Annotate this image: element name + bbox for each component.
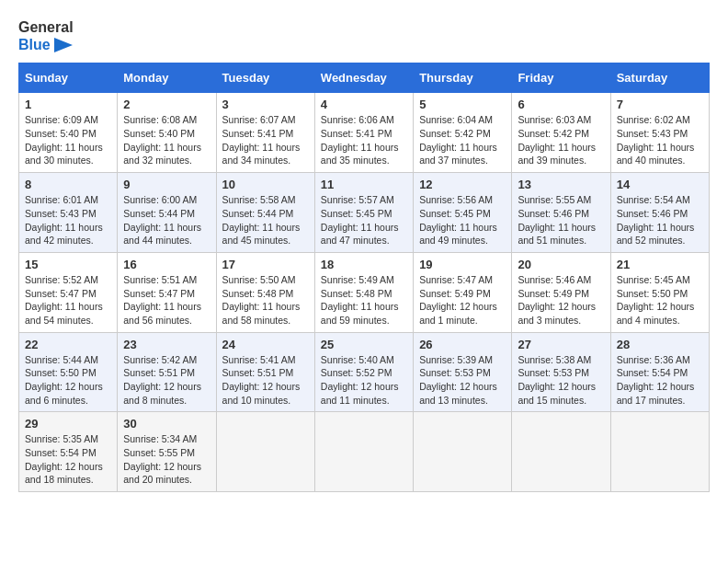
daylight-label: Daylight: 11 hours and 32 minutes. (123, 142, 201, 167)
day-info: Sunrise: 5:36 AM Sunset: 5:54 PM Dayligh… (617, 353, 703, 408)
day-info: Sunrise: 5:44 AM Sunset: 5:50 PM Dayligh… (25, 353, 111, 408)
sunset-label: Sunset: 5:46 PM (518, 208, 589, 219)
calendar-cell: 16 Sunrise: 5:51 AM Sunset: 5:47 PM Dayl… (118, 252, 216, 332)
daylight-label: Daylight: 11 hours and 42 minutes. (25, 222, 103, 247)
calendar-cell: 20 Sunrise: 5:46 AM Sunset: 5:49 PM Dayl… (512, 252, 610, 332)
calendar-cell: 10 Sunrise: 5:58 AM Sunset: 5:44 PM Dayl… (216, 173, 314, 253)
calendar-cell: 22 Sunrise: 5:44 AM Sunset: 5:50 PM Dayl… (19, 332, 118, 412)
sunset-label: Sunset: 5:40 PM (123, 128, 195, 139)
daylight-label: Daylight: 12 hours and 1 minute. (419, 301, 497, 326)
sunset-label: Sunset: 5:45 PM (419, 208, 491, 219)
day-number: 21 (617, 258, 703, 271)
svg-marker-0 (54, 38, 73, 52)
calendar-cell: 24 Sunrise: 5:41 AM Sunset: 5:51 PM Dayl… (216, 332, 314, 412)
sunrise-label: Sunrise: 6:00 AM (123, 194, 197, 205)
day-info: Sunrise: 5:47 AM Sunset: 5:49 PM Dayligh… (419, 273, 506, 327)
daylight-label: Daylight: 12 hours and 4 minutes. (617, 301, 695, 326)
sunset-label: Sunset: 5:53 PM (518, 367, 589, 378)
day-info: Sunrise: 6:07 AM Sunset: 5:41 PM Dayligh… (222, 113, 309, 167)
calendar-cell: 9 Sunrise: 6:00 AM Sunset: 5:44 PM Dayli… (118, 173, 216, 253)
daylight-label: Daylight: 12 hours and 3 minutes. (518, 301, 596, 326)
day-number: 9 (123, 178, 210, 191)
sunset-label: Sunset: 5:49 PM (518, 288, 589, 299)
sunrise-label: Sunrise: 5:34 AM (123, 433, 197, 444)
day-number: 25 (321, 338, 407, 351)
calendar-cell: 14 Sunrise: 5:54 AM Sunset: 5:46 PM Dayl… (610, 173, 709, 253)
day-number: 20 (518, 258, 604, 271)
sunset-label: Sunset: 5:54 PM (25, 447, 97, 458)
calendar-cell: 1 Sunrise: 6:09 AM Sunset: 5:40 PM Dayli… (19, 93, 118, 173)
sunset-label: Sunset: 5:43 PM (25, 208, 97, 219)
sunrise-label: Sunrise: 6:02 AM (617, 114, 690, 125)
daylight-label: Daylight: 11 hours and 39 minutes. (518, 142, 596, 167)
day-info: Sunrise: 6:04 AM Sunset: 5:42 PM Dayligh… (419, 113, 506, 167)
sunset-label: Sunset: 5:50 PM (25, 367, 97, 378)
sunset-label: Sunset: 5:52 PM (321, 367, 392, 378)
sunrise-label: Sunrise: 5:58 AM (222, 194, 296, 205)
logo-arrow-icon (54, 38, 73, 52)
day-info: Sunrise: 5:40 AM Sunset: 5:52 PM Dayligh… (321, 353, 407, 408)
day-info: Sunrise: 5:34 AM Sunset: 5:55 PM Dayligh… (123, 432, 210, 487)
daylight-label: Daylight: 11 hours and 49 minutes. (419, 222, 497, 247)
day-number: 24 (222, 338, 309, 351)
sunrise-label: Sunrise: 5:41 AM (222, 354, 296, 365)
calendar-week-row: 29 Sunrise: 5:35 AM Sunset: 5:54 PM Dayl… (19, 412, 710, 492)
calendar-week-row: 15 Sunrise: 5:52 AM Sunset: 5:47 PM Dayl… (19, 252, 710, 332)
calendar-cell: 26 Sunrise: 5:39 AM Sunset: 5:53 PM Dayl… (414, 332, 512, 412)
daylight-label: Daylight: 12 hours and 8 minutes. (123, 381, 201, 406)
logo: General Blue (18, 18, 74, 53)
day-info: Sunrise: 5:41 AM Sunset: 5:51 PM Dayligh… (222, 353, 309, 408)
calendar-cell: 12 Sunrise: 5:56 AM Sunset: 5:45 PM Dayl… (414, 173, 512, 253)
calendar-cell: 4 Sunrise: 6:06 AM Sunset: 5:41 PM Dayli… (314, 93, 413, 173)
daylight-label: Daylight: 11 hours and 52 minutes. (617, 222, 695, 247)
day-number: 8 (25, 178, 111, 191)
sunset-label: Sunset: 5:49 PM (419, 288, 491, 299)
day-info: Sunrise: 6:09 AM Sunset: 5:40 PM Dayligh… (25, 113, 111, 167)
calendar-cell: 30 Sunrise: 5:34 AM Sunset: 5:55 PM Dayl… (118, 412, 216, 492)
day-info: Sunrise: 6:02 AM Sunset: 5:43 PM Dayligh… (617, 113, 703, 167)
daylight-label: Daylight: 12 hours and 15 minutes. (518, 381, 596, 406)
sunrise-label: Sunrise: 5:40 AM (321, 354, 394, 365)
calendar-cell (314, 412, 413, 492)
calendar-cell: 21 Sunrise: 5:45 AM Sunset: 5:50 PM Dayl… (610, 252, 709, 332)
calendar-cell: 11 Sunrise: 5:57 AM Sunset: 5:45 PM Dayl… (314, 173, 413, 253)
day-info: Sunrise: 5:57 AM Sunset: 5:45 PM Dayligh… (321, 193, 407, 247)
day-info: Sunrise: 6:06 AM Sunset: 5:41 PM Dayligh… (321, 113, 407, 167)
sunrise-label: Sunrise: 6:09 AM (25, 114, 98, 125)
header-thursday: Thursday (414, 63, 512, 93)
daylight-label: Daylight: 11 hours and 34 minutes. (222, 142, 301, 167)
sunset-label: Sunset: 5:44 PM (123, 208, 195, 219)
daylight-label: Daylight: 11 hours and 54 minutes. (25, 301, 103, 326)
daylight-label: Daylight: 11 hours and 30 minutes. (25, 142, 103, 167)
calendar-cell: 6 Sunrise: 6:03 AM Sunset: 5:42 PM Dayli… (512, 93, 610, 173)
daylight-label: Daylight: 11 hours and 44 minutes. (123, 222, 201, 247)
header-monday: Monday (118, 63, 216, 93)
sunrise-label: Sunrise: 5:47 AM (419, 274, 493, 285)
sunrise-label: Sunrise: 5:50 AM (222, 274, 296, 285)
daylight-label: Daylight: 12 hours and 13 minutes. (419, 381, 497, 406)
sunset-label: Sunset: 5:51 PM (222, 367, 294, 378)
sunrise-label: Sunrise: 6:07 AM (222, 114, 296, 125)
day-info: Sunrise: 5:55 AM Sunset: 5:46 PM Dayligh… (518, 193, 604, 247)
day-info: Sunrise: 5:45 AM Sunset: 5:50 PM Dayligh… (617, 273, 703, 327)
daylight-label: Daylight: 12 hours and 18 minutes. (25, 461, 103, 486)
sunset-label: Sunset: 5:50 PM (617, 288, 688, 299)
day-number: 15 (25, 258, 111, 271)
day-number: 6 (518, 98, 604, 111)
day-info: Sunrise: 6:00 AM Sunset: 5:44 PM Dayligh… (123, 193, 210, 247)
calendar-cell: 18 Sunrise: 5:49 AM Sunset: 5:48 PM Dayl… (314, 252, 413, 332)
sunset-label: Sunset: 5:42 PM (518, 128, 589, 139)
calendar-cell: 25 Sunrise: 5:40 AM Sunset: 5:52 PM Dayl… (314, 332, 413, 412)
day-number: 23 (123, 338, 210, 351)
sunset-label: Sunset: 5:54 PM (617, 367, 688, 378)
calendar-table: SundayMondayTuesdayWednesdayThursdayFrid… (18, 63, 710, 492)
daylight-label: Daylight: 11 hours and 58 minutes. (222, 301, 301, 326)
day-number: 7 (617, 98, 703, 111)
sunset-label: Sunset: 5:48 PM (321, 288, 392, 299)
header-sunday: Sunday (19, 63, 118, 93)
day-number: 13 (518, 178, 604, 191)
sunrise-label: Sunrise: 6:08 AM (123, 114, 197, 125)
logo-line1: General (18, 18, 74, 36)
day-info: Sunrise: 6:01 AM Sunset: 5:43 PM Dayligh… (25, 193, 111, 247)
sunrise-label: Sunrise: 5:52 AM (25, 274, 98, 285)
